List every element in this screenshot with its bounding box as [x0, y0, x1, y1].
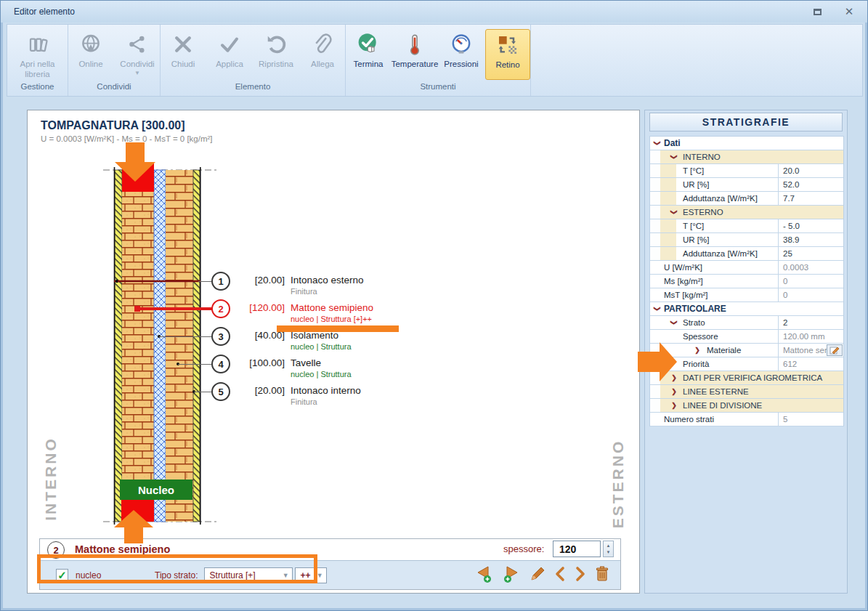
property-row-linee-di-divisione[interactable]: ❯LINEE DI DIVISIONE — [650, 399, 843, 413]
property-label: Priorità — [683, 360, 709, 368]
callout-leader — [178, 364, 213, 365]
property-row-interno[interactable]: ❯INTERNO — [650, 150, 843, 164]
temperature-button[interactable]: Temperature — [392, 29, 437, 80]
ribbon-group-label: Strumenti — [346, 81, 530, 96]
move-left-icon[interactable] — [553, 566, 567, 582]
close-x-icon — [172, 32, 194, 57]
collapse-arrow-icon[interactable]: ❯ — [668, 153, 681, 161]
property-row-t-c[interactable]: T [°C]- 5.0 — [650, 219, 843, 233]
property-label: Strato — [683, 318, 705, 327]
insert-layer-after-icon[interactable] — [501, 565, 522, 583]
retino-button[interactable]: Retino — [485, 29, 530, 80]
spessore-input[interactable]: 120 — [553, 541, 601, 557]
collapse-arrow-icon[interactable]: ❯ — [651, 304, 664, 313]
property-row-adduttanza-w-m-k[interactable]: Adduttanza [W/m²K]7.7 — [650, 192, 843, 206]
property-row-t-c[interactable]: T [°C]20.0 — [650, 164, 843, 178]
restore-window-icon[interactable] — [809, 5, 825, 18]
property-row-ms-kg-m[interactable]: Ms [kg/m²]0 — [650, 275, 843, 288]
property-value[interactable]: 612 — [778, 357, 843, 371]
nucleo-band-label: Nucleo — [138, 484, 174, 496]
ribbon-button-label: Allega — [311, 59, 334, 69]
chiudi-button[interactable]: Chiudi — [161, 29, 206, 80]
layer-intonaco-esterno-hatch — [115, 170, 122, 522]
expand-arrow-icon[interactable]: ❯ — [693, 344, 702, 357]
applica-button[interactable]: Applica — [207, 29, 252, 80]
layer-callout-number-3[interactable]: 3 — [211, 327, 230, 346]
move-right-icon[interactable] — [574, 566, 587, 582]
title-bar[interactable]: Editor elemento ✕ — [1, 1, 867, 23]
insert-layer-before-icon[interactable] — [474, 565, 494, 583]
property-label: PARTICOLARE — [664, 304, 726, 314]
property-value[interactable]: Mattone semi — [778, 344, 843, 357]
layer-callout-number-5[interactable]: 5 — [211, 382, 230, 401]
layer-callout-number-2[interactable]: 2 — [211, 299, 230, 318]
property-row-spessore[interactable]: Spessore120.00 mm — [650, 330, 843, 344]
condividi-button[interactable]: Condividi▼ — [115, 29, 160, 80]
property-row-esterno[interactable]: ❯ESTERNO — [650, 206, 843, 219]
ribbon-group-condividi: OnlineCondividi▼Condividi — [68, 25, 161, 96]
online-button[interactable]: Online — [68, 29, 113, 80]
collapse-arrow-icon[interactable]: ❯ — [651, 139, 664, 147]
spessore-stepper[interactable]: ▲▼ — [603, 541, 614, 557]
property-row-linee-esterne[interactable]: ❯LINEE ESTERNE — [650, 385, 843, 399]
callout-leader — [118, 280, 198, 282]
property-label: Adduttanza [W/m²K] — [683, 194, 758, 203]
property-value[interactable]: 38.9 — [778, 233, 843, 246]
edit-material-icon[interactable] — [827, 344, 843, 356]
wall-section-drawing[interactable]: Nucleo — [103, 160, 219, 527]
allega-button[interactable]: Allega — [300, 29, 345, 80]
expand-arrow-icon[interactable]: ❯ — [670, 399, 678, 412]
property-row-dati[interactable]: ❯Dati — [650, 137, 843, 150]
property-row-materiale[interactable]: ❯MaterialeMattone semi — [650, 344, 843, 357]
property-value[interactable]: 52.0 — [778, 178, 843, 191]
apri-nella-libreria-button[interactable]: Apri nella libreria — [11, 29, 65, 80]
check-icon — [219, 32, 240, 57]
property-row-ur[interactable]: UR [%]52.0 — [650, 178, 843, 192]
property-value[interactable]: 2 — [778, 316, 843, 329]
ribbon-toolbar: Apri nella libreriaGestioneOnlineCondivi… — [7, 24, 863, 97]
callout-leader — [159, 336, 213, 337]
layer-sub-info: Finitura — [291, 397, 317, 406]
property-row-adduttanza-w-m-k[interactable]: Adduttanza [W/m²K]25 — [650, 247, 843, 261]
close-window-icon[interactable]: ✕ — [841, 5, 857, 18]
termina-button[interactable]: Termina — [346, 29, 391, 80]
callout-leader — [198, 281, 213, 282]
property-value[interactable]: 0 — [778, 288, 843, 302]
property-label: U [W/m²K] — [664, 263, 702, 272]
collapse-arrow-icon[interactable]: ❯ — [668, 208, 681, 217]
pressioni-button[interactable]: Pressioni — [439, 29, 484, 80]
expand-arrow-icon[interactable]: ❯ — [670, 385, 678, 398]
property-value[interactable]: 20.0 — [778, 164, 843, 177]
property-row-strato[interactable]: ❯Strato2 — [650, 316, 843, 330]
property-value[interactable]: 7.7 — [778, 192, 843, 205]
property-grid: ❯Dati❯INTERNOT [°C]20.0UR [%]52.0Addutta… — [649, 136, 844, 426]
property-row-mst-kg-m[interactable]: MsT [kg/m²]0 — [650, 288, 843, 302]
delete-trash-icon[interactable] — [594, 565, 610, 583]
layer-callout-number-4[interactable]: 4 — [211, 355, 230, 373]
element-title: TOMPAGNATURA [300.00] — [41, 119, 185, 132]
property-value[interactable]: 25 — [778, 247, 843, 260]
layer-callout-number-1[interactable]: 1 — [211, 272, 230, 291]
collapse-arrow-icon[interactable]: ❯ — [668, 318, 681, 327]
property-value[interactable]: - 5.0 — [778, 219, 843, 232]
layer-intonaco-interno-hatch — [193, 170, 200, 522]
property-value[interactable]: 5 — [778, 413, 843, 426]
property-row-ur[interactable]: UR [%]38.9 — [650, 233, 843, 247]
property-row-particolare[interactable]: ❯PARTICOLARE — [650, 302, 843, 316]
property-label: Adduttanza [W/m²K] — [683, 249, 758, 258]
undo-icon — [265, 32, 287, 57]
property-row-dati-per-verifica-igrometrica[interactable]: ❯DATI PER VERIFICA IGROMETRICA — [650, 371, 843, 385]
property-row-priorit[interactable]: Priorità612 — [650, 357, 843, 371]
property-row-numero-strati[interactable]: Numero strati5 — [650, 413, 843, 426]
ribbon-group-elemento: ChiudiApplicaRipristinaAllegaElemento — [161, 25, 346, 96]
property-value[interactable]: 0.0003 — [778, 261, 843, 274]
edit-pencil-icon[interactable] — [529, 565, 546, 583]
property-label: MsT [kg/m²] — [664, 291, 707, 299]
ribbon-group-gestione: Apri nella libreriaGestione — [7, 25, 68, 96]
ribbon-button-label: Ripristina — [259, 59, 293, 69]
property-value[interactable]: 120.00 mm — [778, 330, 843, 343]
property-value[interactable]: 0 — [778, 275, 843, 288]
property-row-u-w-m-k[interactable]: U [W/m²K]0.0003 — [650, 261, 843, 275]
layer-sub-info: Finitura — [291, 287, 317, 296]
ripristina-button[interactable]: Ripristina — [253, 29, 299, 80]
